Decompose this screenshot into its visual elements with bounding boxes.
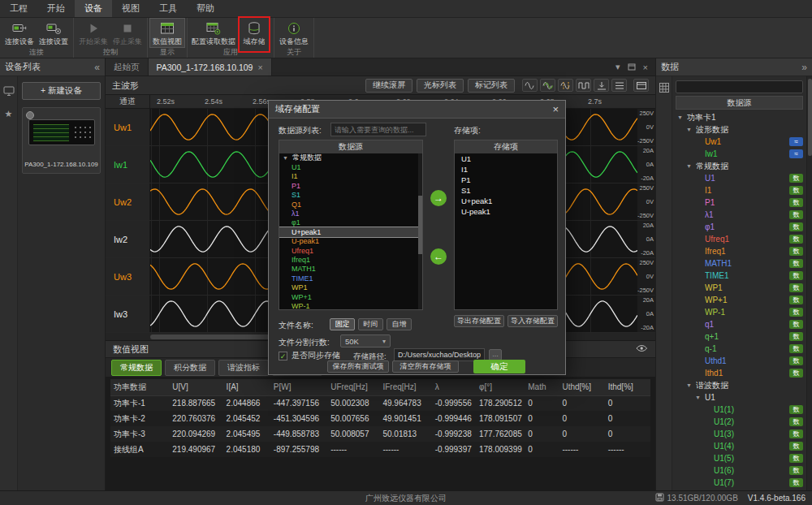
table-row-功率卡-2[interactable]: 功率卡-2220.7603762.045452-451.30459650.007… — [110, 411, 650, 426]
numeric-tab-谐波指标[interactable]: 谐波指标 — [218, 360, 269, 376]
tree-item-Ithd1[interactable]: Ithd1数 — [676, 367, 806, 379]
data-tree-scrollbar[interactable] — [806, 76, 812, 490]
source-item-Ufreq1[interactable]: Ufreq1 — [279, 246, 422, 255]
cursor-tool-icon[interactable] — [558, 79, 573, 92]
tree-item-q1[interactable]: q1数 — [676, 318, 806, 330]
dialog-close-icon[interactable]: × — [552, 103, 559, 115]
add-to-storage-button[interactable]: → — [430, 190, 447, 206]
marker-list-button[interactable]: 标记列表 — [468, 79, 515, 93]
tree-item-功率卡1[interactable]: ▼功率卡1 — [676, 111, 806, 123]
storage-item-I1[interactable]: I1 — [455, 164, 557, 175]
source-item-S1[interactable]: S1 — [279, 191, 422, 200]
source-item-TIME1[interactable]: TIME1 — [279, 274, 422, 283]
tree-group-regular-data[interactable]: ▼常规数据 — [279, 153, 422, 162]
list-tool-icon[interactable] — [611, 79, 627, 92]
numeric-view-button[interactable]: 数值视图 — [150, 19, 184, 47]
collapse-panel-button[interactable]: « — [94, 62, 100, 73]
chevron-down-icon[interactable]: ▾ — [615, 62, 620, 72]
menu-item-tools[interactable]: 工具 — [149, 0, 187, 17]
export-tool-icon[interactable] — [594, 79, 609, 92]
connect-device-button[interactable]: 连接设备 — [2, 19, 37, 47]
menu-item-help[interactable]: 帮助 — [187, 0, 224, 17]
source-item-MATH1[interactable]: MATH1 — [279, 265, 422, 274]
grid-icon[interactable] — [659, 82, 670, 490]
source-item-U1[interactable]: U1 — [279, 162, 422, 171]
tree-item-Ufreq1[interactable]: Ufreq1数 — [676, 233, 806, 245]
split-rows-select[interactable]: 50K ▾ — [340, 335, 391, 347]
tree-item-U1[interactable]: ▼U1 — [676, 391, 806, 404]
float-window-icon[interactable] — [628, 63, 636, 72]
device-info-button[interactable]: 设备信息 — [277, 19, 311, 47]
new-device-button[interactable]: + 新建设备 — [22, 82, 101, 100]
scrollbar-thumb[interactable] — [418, 196, 422, 254]
domain-storage-button[interactable]: 域存储 — [237, 19, 271, 47]
square-wave-tool-icon[interactable] — [576, 79, 591, 92]
storage-item-U+peak1[interactable]: U+peak1 — [455, 196, 557, 206]
save-all-tests-button[interactable]: 保存所有测试项 — [327, 360, 389, 373]
filename-mode-自增[interactable]: 自增 — [387, 318, 412, 330]
tree-item-Uthd1[interactable]: Uthd1数 — [676, 355, 806, 367]
storage-item-S1[interactable]: S1 — [455, 185, 557, 196]
storage-item-U-peak1[interactable]: U-peak1 — [455, 206, 557, 217]
source-item-U+peak1[interactable]: U+peak1 — [279, 227, 422, 236]
sine-tool-icon[interactable] — [522, 79, 538, 92]
data-search-input[interactable] — [330, 123, 426, 136]
source-item-WP-1[interactable]: WP-1 — [279, 301, 422, 309]
tree-item-Ifreq1[interactable]: Ifreq1数 — [676, 245, 806, 257]
sync-storage-checkbox[interactable]: ✓ 是否同步存储 — [279, 350, 340, 361]
source-item-I1[interactable]: I1 — [279, 172, 422, 181]
expand-tool-icon[interactable] — [633, 79, 649, 92]
table-row-接线组A[interactable]: 接线组A219.4909672.045180-897.255798-------… — [110, 442, 650, 457]
dialog-tree-scrollbar[interactable] — [418, 153, 422, 309]
tree-item-U1[interactable]: U1数 — [676, 172, 806, 184]
tree-item-P1[interactable]: P1数 — [676, 196, 806, 209]
tree-item-WP-1[interactable]: WP-1数 — [676, 306, 806, 318]
tree-item-U1(7)[interactable]: U1(7)数 — [676, 477, 806, 489]
cursor-list-button[interactable]: 光标列表 — [417, 79, 464, 93]
source-item-WP1[interactable]: WP1 — [279, 283, 422, 291]
tree-item-TIME1[interactable]: TIME1数 — [676, 270, 806, 282]
table-row-功率卡-3[interactable]: 功率卡-3220.0942692.045495-449.85878350.008… — [110, 426, 650, 442]
tree-item-常规数据[interactable]: ▼常规数据 — [676, 160, 806, 172]
storage-path-input[interactable] — [394, 348, 485, 361]
tree-item-Iw1[interactable]: Iw1≈ — [676, 148, 806, 160]
expand-panel-button[interactable]: » — [801, 62, 807, 73]
scrollbar-thumb[interactable] — [808, 79, 812, 156]
tree-item-U1(1)[interactable]: U1(1)数 — [676, 404, 806, 416]
tree-item-MATH1[interactable]: MATH1数 — [676, 257, 806, 270]
source-item-P1[interactable]: P1 — [279, 181, 422, 190]
tree-item-φ1[interactable]: φ1数 — [676, 221, 806, 233]
clear-all-storage-button[interactable]: 清空所有存储项 — [392, 360, 459, 373]
confirm-button[interactable]: 确定 — [473, 360, 525, 373]
connect-settings-button[interactable]: 连接设置 — [37, 19, 71, 47]
storage-item-U1[interactable]: U1 — [455, 153, 557, 164]
menu-item-view[interactable]: 视图 — [112, 0, 149, 17]
tree-item-WP1[interactable]: WP1数 — [676, 282, 806, 294]
tree-item-I1[interactable]: I1数 — [676, 184, 806, 196]
dual-sine-tool-icon[interactable] — [540, 79, 555, 92]
tree-item-波形数据[interactable]: ▼波形数据 — [676, 123, 806, 136]
menu-item-start[interactable]: 开始 — [37, 0, 75, 17]
menu-item-device[interactable]: 设备 — [75, 0, 112, 17]
stop-acquire-button[interactable]: 停止采集 — [110, 19, 145, 47]
eye-icon[interactable] — [636, 344, 648, 354]
source-item-φ1[interactable]: φ1 — [279, 218, 422, 227]
device-card[interactable]: PA300_1-172.168.10.109 — [22, 107, 101, 174]
continue-scroll-button[interactable]: 继续滚屏 — [365, 79, 412, 93]
tab-start-page[interactable]: 起始页 — [106, 58, 149, 76]
star-icon[interactable]: ★ — [2, 107, 15, 120]
tree-item-q+1[interactable]: q+1数 — [676, 330, 806, 343]
tab-close-icon[interactable]: × — [257, 63, 262, 72]
filename-mode-固定[interactable]: 固定 — [330, 318, 355, 330]
table-row-功率卡-1[interactable]: 功率卡-1218.8876652.044866-447.39715650.002… — [110, 395, 650, 411]
source-item-Q1[interactable]: Q1 — [279, 200, 422, 209]
tree-item-U1(4)[interactable]: U1(4)数 — [676, 440, 806, 452]
browse-path-button[interactable]: … — [489, 349, 502, 360]
source-item-U-peak1[interactable]: U-peak1 — [279, 237, 422, 246]
filename-mode-时间[interactable]: 时间 — [358, 318, 383, 330]
tree-item-U1(3)[interactable]: U1(3)数 — [676, 428, 806, 440]
remove-from-storage-button[interactable]: ← — [430, 248, 447, 265]
start-acquire-button[interactable]: 开始采集 — [76, 19, 110, 47]
tree-item-U1(5)[interactable]: U1(5)数 — [676, 452, 806, 464]
numeric-tab-常规数据[interactable]: 常规数据 — [111, 360, 162, 376]
